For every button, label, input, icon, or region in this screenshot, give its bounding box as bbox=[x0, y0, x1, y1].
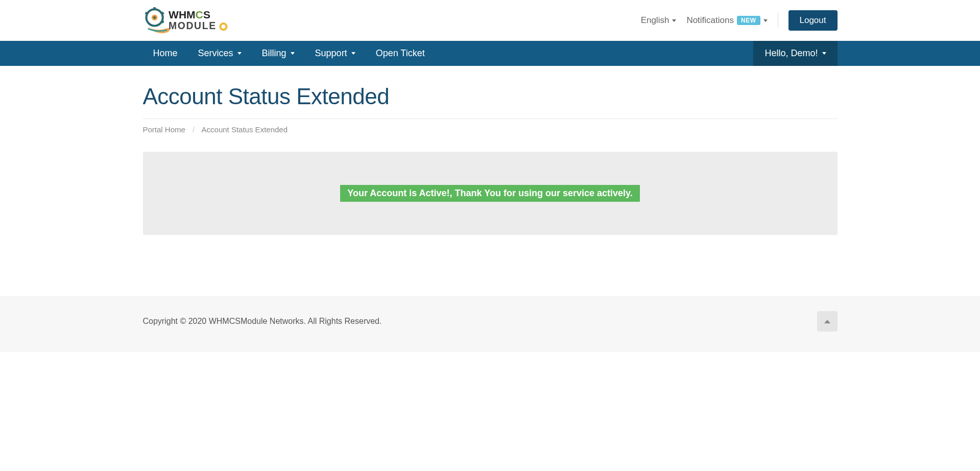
nav-billing[interactable]: Billing bbox=[252, 41, 305, 66]
divider bbox=[143, 119, 838, 119]
svg-text:S: S bbox=[203, 9, 210, 20]
notifications-link[interactable]: Notifications NEW bbox=[686, 15, 767, 26]
svg-text:C: C bbox=[195, 9, 203, 20]
status-panel: Your Account is Active!, Thank You for u… bbox=[143, 152, 838, 235]
nav-support[interactable]: Support bbox=[305, 41, 366, 66]
nav-open-ticket[interactable]: Open Ticket bbox=[366, 41, 435, 66]
breadcrumb-home-link[interactable]: Portal Home bbox=[143, 125, 185, 134]
logo-text-upper: WHM bbox=[169, 9, 195, 20]
footer: Copyright © 2020 WHMCSModule Networks. A… bbox=[0, 296, 980, 352]
nav-user-menu[interactable]: Hello, Demo! bbox=[753, 41, 837, 66]
chevron-up-icon bbox=[824, 320, 830, 323]
header-top: WHM C S MODULE English Notifications NEW… bbox=[143, 0, 838, 41]
nav-label: Services bbox=[198, 48, 233, 59]
svg-point-6 bbox=[153, 16, 156, 19]
nav-label: Open Ticket bbox=[376, 48, 425, 59]
nav-left: Home Services Billing Support Open Ticke… bbox=[143, 41, 435, 66]
brand-logo[interactable]: WHM C S MODULE bbox=[143, 5, 250, 36]
breadcrumb-current: Account Status Extended bbox=[202, 125, 288, 134]
logo-text-lower: MODULE bbox=[169, 20, 217, 31]
language-selector[interactable]: English bbox=[641, 15, 677, 26]
nav-home[interactable]: Home bbox=[143, 41, 188, 66]
status-alert: Your Account is Active!, Thank You for u… bbox=[340, 185, 639, 202]
breadcrumb: Portal Home / Account Status Extended bbox=[143, 125, 838, 134]
nav-label: Billing bbox=[262, 48, 286, 59]
svg-line-3 bbox=[161, 21, 163, 22]
footer-copyright: Copyright © 2020 WHMCSModule Networks. A… bbox=[143, 317, 382, 326]
caret-down-icon bbox=[822, 52, 826, 55]
divider bbox=[778, 13, 778, 28]
svg-line-2 bbox=[161, 13, 163, 14]
header-right: English Notifications NEW Logout bbox=[641, 10, 838, 31]
caret-down-icon bbox=[291, 52, 295, 55]
main-navbar: Home Services Billing Support Open Ticke… bbox=[0, 41, 980, 66]
nav-services[interactable]: Services bbox=[188, 41, 252, 66]
caret-down-icon bbox=[237, 52, 242, 55]
notifications-label: Notifications bbox=[686, 15, 734, 26]
notifications-badge: NEW bbox=[737, 16, 760, 25]
breadcrumb-separator: / bbox=[193, 125, 195, 134]
caret-down-icon bbox=[763, 19, 768, 22]
caret-down-icon bbox=[351, 52, 355, 55]
scroll-to-top-button[interactable] bbox=[817, 311, 838, 332]
nav-label: Support bbox=[315, 48, 347, 59]
user-greeting: Hello, Demo! bbox=[764, 48, 818, 59]
logout-button[interactable]: Logout bbox=[788, 10, 838, 31]
svg-line-4 bbox=[145, 13, 148, 14]
language-label: English bbox=[641, 15, 670, 26]
nav-label: Home bbox=[153, 48, 178, 59]
svg-point-10 bbox=[221, 25, 225, 29]
caret-down-icon bbox=[672, 19, 676, 22]
page-title: Account Status Extended bbox=[143, 84, 838, 109]
